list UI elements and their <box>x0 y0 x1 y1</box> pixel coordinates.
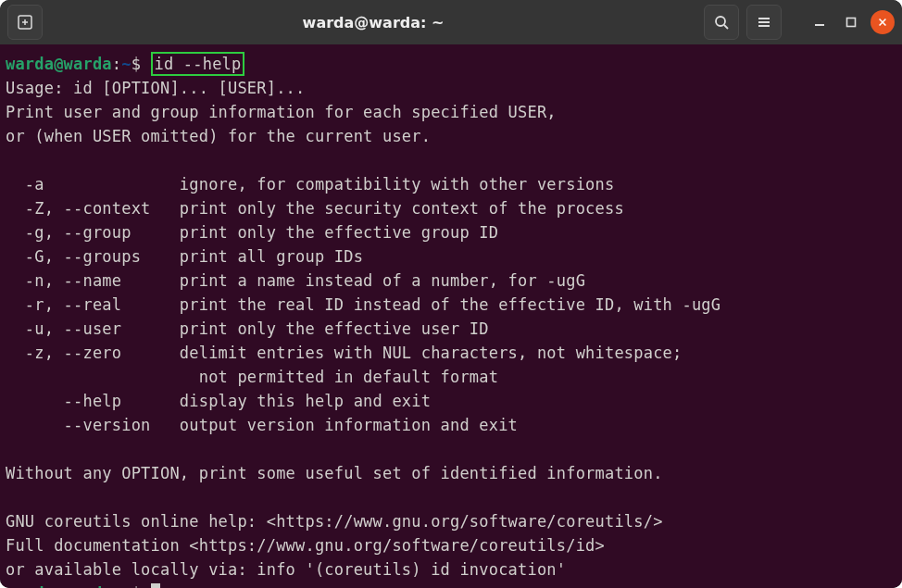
prompt-colon: : <box>112 55 121 73</box>
output-line: -a ignore, for compatibility with other … <box>6 175 614 194</box>
prompt-colon: : <box>112 584 121 588</box>
new-tab-button[interactable] <box>7 5 43 40</box>
output-line: -Z, --context print only the security co… <box>6 199 624 218</box>
output-line: -n, --name print a name instead of a num… <box>6 271 585 290</box>
output-line: GNU coreutils online help: <https://www.… <box>6 512 663 531</box>
command-highlight: id --help <box>151 52 245 76</box>
maximize-button[interactable] <box>839 10 863 34</box>
terminal-window: warda@warda: ~ <box>0 0 902 588</box>
output-line: -g, --group print only the effective gro… <box>6 223 498 242</box>
output-line: or available locally via: info '(coreuti… <box>6 560 566 579</box>
titlebar: warda@warda: ~ <box>0 0 902 44</box>
output-line: --help display this help and exit <box>6 392 431 410</box>
terminal-body[interactable]: warda@warda:~$ id --help Usage: id [OPTI… <box>0 44 902 588</box>
output-line: -r, --real print the real ID instead of … <box>6 295 720 314</box>
minimize-button[interactable] <box>808 10 832 34</box>
output-line: Without any OPTION, print some useful se… <box>6 464 663 482</box>
cursor <box>151 583 160 588</box>
prompt-path: ~ <box>121 55 131 73</box>
close-button[interactable] <box>871 10 895 34</box>
svg-line-4 <box>724 25 728 29</box>
prompt-user: warda@warda <box>6 584 112 588</box>
prompt-user: warda@warda <box>6 55 112 73</box>
output-line: -u, --user print only the effective user… <box>6 319 489 338</box>
output-line: Full documentation <https://www.gnu.org/… <box>6 536 605 555</box>
prompt-dollar: $ <box>132 55 141 73</box>
output-line: Usage: id [OPTION]... [USER]... <box>6 79 305 97</box>
menu-button[interactable] <box>746 5 782 40</box>
output-line: -z, --zero delimit entries with NUL char… <box>6 344 682 362</box>
search-button[interactable] <box>704 5 739 40</box>
output-line: or (when USER omitted) for the current u… <box>6 127 431 145</box>
prompt-dollar: $ <box>132 584 141 588</box>
output-line: --version output version information and… <box>6 416 518 434</box>
window-title: warda@warda: ~ <box>50 14 696 31</box>
output-line: -G, --groups print all group IDs <box>6 247 363 266</box>
output-line: not permitted in default format <box>6 368 498 386</box>
output-line: Print user and group information for eac… <box>6 103 557 121</box>
titlebar-right <box>704 5 895 40</box>
prompt-path: ~ <box>121 584 131 588</box>
svg-rect-9 <box>847 19 856 27</box>
svg-point-3 <box>716 17 725 26</box>
